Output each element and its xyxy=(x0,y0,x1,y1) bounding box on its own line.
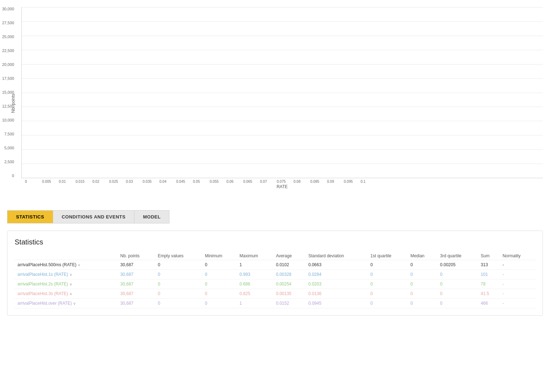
cell-maximum: 0.686 xyxy=(237,279,273,289)
series-label: arrivalPlaceHist.2s (RATE) xyxy=(17,282,68,287)
cell-normality: - xyxy=(500,279,535,289)
cell-minimum: 0 xyxy=(202,279,237,289)
cell-minimum: 0 xyxy=(202,299,237,308)
cell-maximum: 0.993 xyxy=(237,270,273,279)
table-row: arrivalPlaceHist.500ms (RATE) ∨ 30,687 0… xyxy=(15,260,535,270)
chevron-icon: ∨ xyxy=(70,292,72,296)
col-median: Median xyxy=(408,252,437,260)
cell-median: 0 xyxy=(408,289,437,299)
series-label: arrivalPlaceHist.500ms (RATE) xyxy=(17,262,76,267)
cell-sum: 466 xyxy=(478,299,500,308)
cell-std-dev: 0.0284 xyxy=(305,270,367,279)
col-std-dev: Standard deviation xyxy=(305,252,367,260)
series-label: arrivalPlaceHist.1s (RATE) xyxy=(17,272,68,277)
col-minimum: Minimum xyxy=(202,252,237,260)
col-empty-values: Empty values xyxy=(155,252,202,260)
series-name-cell[interactable]: arrivalPlaceHist.3s (RATE) ∨ xyxy=(15,289,117,299)
cell-maximum: 1 xyxy=(237,260,273,270)
cell-empty-values: 0 xyxy=(155,279,202,289)
cell-empty-values: 0 xyxy=(155,260,202,270)
cell-normality: - xyxy=(500,270,535,279)
cell-median: 0 xyxy=(408,260,437,270)
cell-sum: 313 xyxy=(478,260,500,270)
series-name-cell[interactable]: arrivalPlaceHist.over (RATE) ∨ xyxy=(15,299,117,308)
cell-normality: - xyxy=(500,289,535,299)
series-name-cell[interactable]: arrivalPlaceHist.500ms (RATE) ∨ xyxy=(15,260,117,270)
col-nb-points: Nb. points xyxy=(117,252,155,260)
series-label: arrivalPlaceHist.3s (RATE) xyxy=(17,291,68,296)
cell-q1: 0 xyxy=(368,289,408,299)
col-sum: Sum xyxy=(478,252,500,260)
cell-maximum: 0.825 xyxy=(237,289,273,299)
cell-minimum: 0 xyxy=(202,270,237,279)
cell-sum: 41.5 xyxy=(478,289,500,299)
col-average: Average xyxy=(273,252,306,260)
cell-nb-points: 30,687 xyxy=(117,260,155,270)
chevron-icon: ∨ xyxy=(70,282,72,286)
chevron-icon: ∨ xyxy=(73,301,76,305)
cell-std-dev: 0.0663 xyxy=(305,260,367,270)
cell-sum: 101 xyxy=(478,270,500,279)
cell-nb-points: 30,687 xyxy=(117,289,155,299)
col-q3: 3rd quartile xyxy=(437,252,478,260)
chevron-icon: ∨ xyxy=(70,273,72,277)
cell-empty-values: 0 xyxy=(155,299,202,308)
cell-std-dev: 0.0203 xyxy=(305,279,367,289)
cell-q3: 0.00205 xyxy=(437,260,478,270)
cell-median: 0 xyxy=(408,279,437,289)
cell-minimum: 0 xyxy=(202,289,237,299)
cell-nb-points: 30,687 xyxy=(117,279,155,289)
y-axis-labels: 30,000 27,500 25,000 22,500 20,000 17,50… xyxy=(2,7,14,178)
cell-q3: 0 xyxy=(437,270,478,279)
cell-median: 0 xyxy=(408,270,437,279)
tab-model[interactable]: MODEL xyxy=(134,210,169,223)
cell-average: 0.0152 xyxy=(273,299,306,308)
statistics-panel: Statistics Nb. points Empty values Minim… xyxy=(7,231,543,316)
cell-average: 0.00254 xyxy=(273,279,306,289)
table-row: arrivalPlaceHist.1s (RATE) ∨ 30,687 0 0 … xyxy=(15,270,535,279)
x-axis-label: RATE xyxy=(21,184,543,189)
col-normality: Normality xyxy=(500,252,535,260)
cell-q1: 0 xyxy=(368,260,408,270)
cell-minimum: 0 xyxy=(202,260,237,270)
statistics-table: Nb. points Empty values Minimum Maximum … xyxy=(15,252,535,308)
cell-q1: 0 xyxy=(368,279,408,289)
bars-wrapper xyxy=(22,7,543,178)
cell-empty-values: 0 xyxy=(155,270,202,279)
table-header-row: Nb. points Empty values Minimum Maximum … xyxy=(15,252,535,260)
cell-q1: 0 xyxy=(368,299,408,308)
cell-average: 0.0102 xyxy=(273,260,306,270)
table-row: arrivalPlaceHist.2s (RATE) ∨ 30,687 0 0 … xyxy=(15,279,535,289)
cell-median: 0 xyxy=(408,299,437,308)
cell-q3: 0 xyxy=(437,279,478,289)
chevron-icon: ∨ xyxy=(78,263,80,267)
histogram-chart: Nb. points 30,000 27,500 25,000 22,500 2… xyxy=(0,0,550,207)
cell-nb-points: 30,687 xyxy=(117,270,155,279)
chart-area: 30,000 27,500 25,000 22,500 20,000 17,50… xyxy=(21,7,543,178)
cell-average: 0.00135 xyxy=(273,289,306,299)
cell-normality: - xyxy=(500,299,535,308)
col-q1: 1st quartile xyxy=(368,252,408,260)
cell-std-dev: 0.0945 xyxy=(305,299,367,308)
cell-maximum: 1 xyxy=(237,299,273,308)
cell-q3: 0 xyxy=(437,299,478,308)
cell-average: 0.00328 xyxy=(273,270,306,279)
tab-conditions-and-events[interactable]: CONDITIONS AND EVENTS xyxy=(53,210,134,223)
cell-empty-values: 0 xyxy=(155,289,202,299)
col-maximum: Maximum xyxy=(237,252,273,260)
series-label: arrivalPlaceHist.over (RATE) xyxy=(17,301,72,306)
table-row: arrivalPlaceHist.3s (RATE) ∨ 30,687 0 0 … xyxy=(15,289,535,299)
series-name-cell[interactable]: arrivalPlaceHist.2s (RATE) ∨ xyxy=(15,279,117,289)
tab-statistics[interactable]: STATISTICS xyxy=(7,210,53,223)
cell-std-dev: 0.0136 xyxy=(305,289,367,299)
table-row: arrivalPlaceHist.over (RATE) ∨ 30,687 0 … xyxy=(15,299,535,308)
statistics-title: Statistics xyxy=(15,238,535,246)
series-name-cell[interactable]: arrivalPlaceHist.1s (RATE) ∨ xyxy=(15,270,117,279)
cell-sum: 78 xyxy=(478,279,500,289)
cell-nb-points: 30,687 xyxy=(117,299,155,308)
x-axis-labels: 0 0.005 0.01 0.015 0.02 0.025 0.03 0.035… xyxy=(21,180,543,184)
tabs-bar: STATISTICS CONDITIONS AND EVENTS MODEL xyxy=(0,207,550,227)
col-name xyxy=(15,252,117,260)
cell-q3: 0 xyxy=(437,289,478,299)
cell-q1: 0 xyxy=(368,270,408,279)
